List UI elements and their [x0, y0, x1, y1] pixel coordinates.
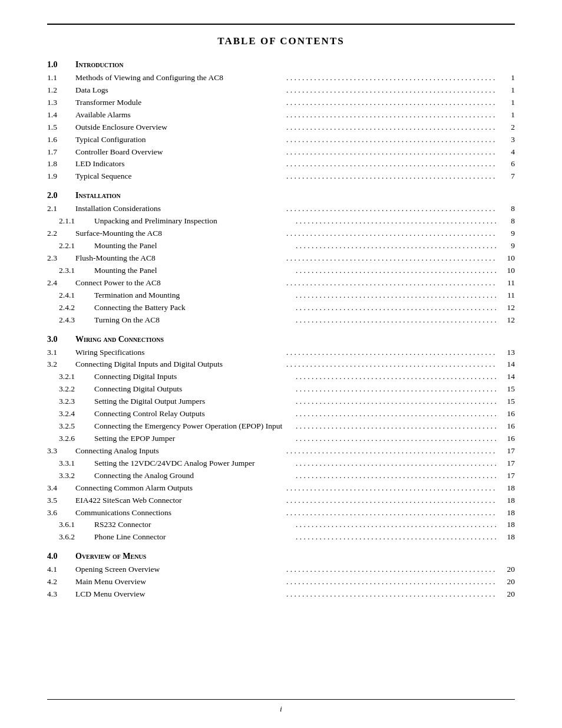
entry-dots: . . . . . . . . . . . . . . . . . . . . …	[296, 408, 497, 420]
entry-dots: . . . . . . . . . . . . . . . . . . . . …	[286, 109, 497, 121]
toc-entry: 3.6.1RS232 Connector . . . . . . . . . .…	[47, 519, 515, 531]
toc-entry: 2.1Installation Considerations . . . . .…	[47, 203, 515, 215]
section-header: 2.0Installation	[47, 191, 515, 200]
section-number: 4.0	[47, 552, 75, 561]
entry-dots: . . . . . . . . . . . . . . . . . . . . …	[286, 228, 497, 240]
entry-dots: . . . . . . . . . . . . . . . . . . . . …	[296, 396, 497, 408]
entry-dots: . . . . . . . . . . . . . . . . . . . . …	[296, 371, 497, 383]
entry-text: Turning On the AC8	[94, 314, 296, 327]
entry-text: Main Menu Overview	[75, 576, 286, 588]
entry-page: 17	[497, 470, 515, 482]
entry-text: Flush-Mounting the AC8	[75, 252, 286, 265]
entry-text: Mounting the Panel	[94, 265, 296, 277]
entry-number: 1.2	[47, 84, 75, 97]
toc-entry: 2.3.1Mounting the Panel . . . . . . . . …	[47, 265, 515, 277]
entry-page: 4	[497, 146, 515, 159]
entry-dots: . . . . . . . . . . . . . . . . . . . . …	[286, 72, 497, 84]
entry-number: 4.3	[47, 588, 75, 601]
entry-number: 3.1	[47, 347, 75, 359]
toc-entry: 1.6Typical Configuration . . . . . . . .…	[47, 134, 515, 146]
entry-number: 1.8	[47, 158, 75, 170]
entry-page: 17	[497, 457, 515, 470]
entry-dots: . . . . . . . . . . . . . . . . . . . . …	[286, 358, 497, 371]
entry-text: Available Alarms	[75, 109, 286, 121]
entry-number: 3.3	[47, 445, 75, 457]
entry-page: 18	[497, 507, 515, 519]
toc-entry: 2.1.1Unpacking and Preliminary Inspectio…	[47, 215, 515, 228]
toc-entry: 1.4Available Alarms . . . . . . . . . . …	[47, 109, 515, 121]
page: TABLE OF CONTENTS 1.0Introduction1.1Meth…	[0, 0, 562, 728]
entry-text: Connecting the Emergency Power Operation…	[94, 420, 296, 433]
entry-number: 1.1	[47, 72, 75, 84]
entry-page: 12	[497, 314, 515, 327]
entry-dots: . . . . . . . . . . . . . . . . . . . . …	[296, 215, 497, 228]
entry-page: 3	[497, 134, 515, 146]
entry-text: Connecting Common Alarm Outputs	[75, 482, 286, 495]
entry-number: 2.4.1	[47, 289, 94, 302]
toc-entry: 4.2Main Menu Overview . . . . . . . . . …	[47, 576, 515, 588]
entry-number: 3.2.6	[47, 433, 94, 445]
entry-number: 3.2.1	[47, 371, 94, 383]
entry-text: Data Logs	[75, 84, 286, 97]
section-number: 1.0	[47, 60, 75, 70]
entry-text: Opening Screen Overview	[75, 564, 286, 576]
entry-dots: . . . . . . . . . . . . . . . . . . . . …	[286, 495, 497, 507]
entry-text: Setting the EPOP Jumper	[94, 433, 296, 445]
section-number: 2.0	[47, 191, 75, 200]
entry-dots: . . . . . . . . . . . . . . . . . . . . …	[286, 146, 497, 159]
entry-page: 18	[497, 519, 515, 531]
entry-dots: . . . . . . . . . . . . . . . . . . . . …	[286, 277, 497, 289]
section-title: Installation	[75, 191, 121, 200]
entry-page: 20	[497, 564, 515, 576]
toc-entry: 4.1Opening Screen Overview . . . . . . .…	[47, 564, 515, 576]
entry-dots: . . . . . . . . . . . . . . . . . . . . …	[286, 252, 497, 265]
entry-number: 2.3	[47, 252, 75, 265]
entry-page: 18	[497, 482, 515, 495]
entry-text: LCD Menu Overview	[75, 588, 286, 601]
entry-number: 2.4.2	[47, 302, 94, 314]
entry-number: 3.6.1	[47, 519, 94, 531]
top-rule	[47, 24, 515, 25]
toc-entry: 2.3Flush-Mounting the AC8 . . . . . . . …	[47, 252, 515, 265]
entry-number: 2.2	[47, 228, 75, 240]
entry-number: 2.4.3	[47, 314, 94, 327]
toc-section: 4.0Overview of Menus4.1Opening Screen Ov…	[47, 552, 515, 601]
entry-page: 1	[497, 84, 515, 97]
entry-text: Connecting the Battery Pack	[94, 302, 296, 314]
entry-text: Setting the 12VDC/24VDC Analog Power Jum…	[94, 457, 296, 470]
entry-number: 2.2.1	[47, 240, 94, 252]
entry-page: 18	[497, 531, 515, 543]
entry-number: 1.3	[47, 97, 75, 109]
entry-page: 14	[497, 371, 515, 383]
entry-number: 3.3.1	[47, 457, 94, 470]
entry-page: 6	[497, 158, 515, 170]
entry-dots: . . . . . . . . . . . . . . . . . . . . …	[296, 457, 497, 470]
toc-entry: 1.3Transformer Module . . . . . . . . . …	[47, 97, 515, 109]
page-number: i	[0, 704, 562, 714]
entry-page: 12	[497, 302, 515, 314]
entry-page: 15	[497, 396, 515, 408]
entry-page: 7	[497, 170, 515, 183]
entry-text: Connecting Digital Inputs	[94, 371, 296, 383]
toc-section: 2.0Installation2.1Installation Considera…	[47, 191, 515, 326]
toc-entry: 2.4.2Connecting the Battery Pack . . . .…	[47, 302, 515, 314]
entry-number: 1.6	[47, 134, 75, 146]
toc-entry: 1.8LED Indicators . . . . . . . . . . . …	[47, 158, 515, 170]
entry-page: 8	[497, 215, 515, 228]
entry-page: 13	[497, 347, 515, 359]
entry-dots: . . . . . . . . . . . . . . . . . . . . …	[286, 170, 497, 183]
entry-text: RS232 Connector	[94, 519, 296, 531]
entry-text: LED Indicators	[75, 158, 286, 170]
entry-page: 9	[497, 228, 515, 240]
entry-dots: . . . . . . . . . . . . . . . . . . . . …	[286, 576, 497, 588]
entry-number: 1.4	[47, 109, 75, 121]
section-number: 3.0	[47, 335, 75, 344]
entry-text: Communications Connections	[75, 507, 286, 519]
section-header: 4.0Overview of Menus	[47, 552, 515, 561]
entry-text: EIA422 SiteScan Web Connector	[75, 495, 286, 507]
entry-number: 3.2.4	[47, 408, 94, 420]
bottom-rule	[47, 699, 515, 700]
entry-dots: . . . . . . . . . . . . . . . . . . . . …	[286, 507, 497, 519]
entry-page: 17	[497, 445, 515, 457]
entry-number: 3.3.2	[47, 470, 94, 482]
